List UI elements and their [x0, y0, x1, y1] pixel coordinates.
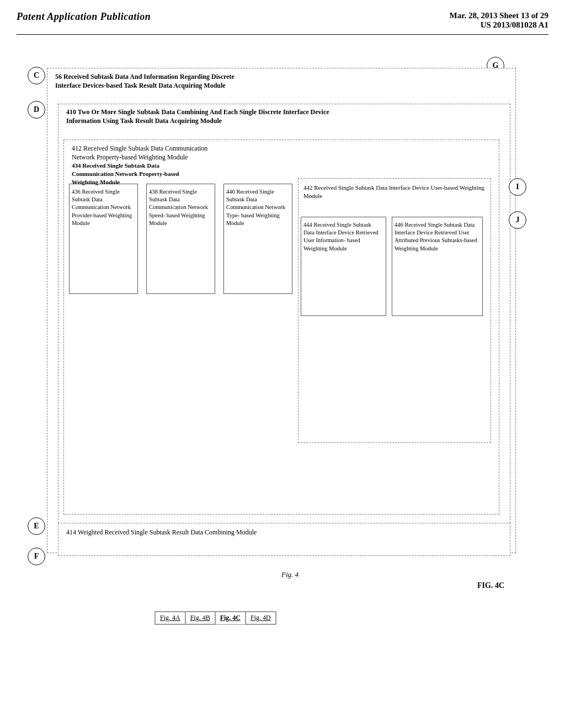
circle-d: D — [28, 101, 45, 119]
fig4A-link[interactable]: Fig. 4A — [155, 612, 185, 624]
page-header: Patent Application Publication Mar. 28, … — [17, 11, 548, 35]
header-info: Mar. 28, 2013 Sheet 13 of 29 US 2013/081… — [450, 11, 548, 30]
fig-navigation: Fig. 4A Fig. 4B Fig. 4C Fig. 4D — [154, 611, 276, 625]
circle-i: I — [509, 178, 526, 196]
page-container: Patent Application Publication Mar. 28, … — [0, 0, 565, 728]
circle-f: F — [28, 548, 45, 565]
label-440: 440 Received Single Subtask Data Communi… — [226, 188, 290, 227]
label-436: 436 Received Single Subtask Data Communi… — [72, 188, 135, 227]
label-412: 412 Received Single Subtask Data Communi… — [72, 144, 226, 162]
publication-title: Patent Application Publication — [17, 11, 151, 23]
patent-number: US 2013/081028 A1 — [450, 20, 548, 30]
circle-j: J — [509, 211, 526, 229]
diagram-area: G H 56 Received Subtask Data And Informa… — [17, 51, 548, 658]
label-442: 442 Received Single Subtask Data Interfa… — [303, 184, 486, 200]
fig4C-link[interactable]: Fig. 4C — [215, 612, 246, 624]
sheet-info: Mar. 28, 2013 Sheet 13 of 29 — [450, 11, 548, 20]
label-56: 56 Received Subtask Data And Information… — [55, 72, 243, 90]
label-444: 444 Received Single Subtask Data Interfa… — [303, 221, 383, 253]
fig4-label: Fig. 4 — [281, 570, 299, 580]
circle-c-top: C — [28, 67, 45, 84]
fig4B-link[interactable]: Fig. 4B — [185, 612, 215, 624]
fig4D-link[interactable]: Fig. 4D — [246, 612, 276, 624]
label-446: 446 Received Single Subtask Data Interfa… — [395, 221, 480, 253]
circle-e: E — [28, 517, 45, 535]
label-414: 414 Weighted Received Single Subtask Res… — [66, 528, 342, 537]
label-410: 410 Two Or More Single Subtask Data Comb… — [66, 108, 342, 125]
fig4C-big-label: FIG. 4C — [477, 581, 504, 591]
label-438: 438 Received Single Subtask Data Communi… — [149, 188, 212, 227]
label-434: 434 Received Single Subtask Data Communi… — [72, 162, 182, 186]
